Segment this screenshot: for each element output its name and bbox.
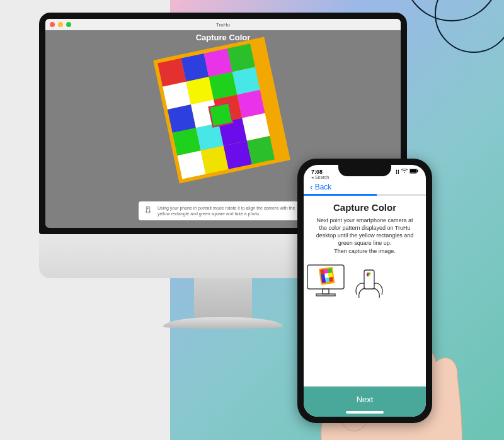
svg-rect-10 bbox=[323, 289, 329, 294]
next-label: Next bbox=[357, 395, 374, 404]
phone-body-line2: Then capture the image. bbox=[314, 247, 416, 255]
window-titlebar: TruHu bbox=[45, 19, 401, 30]
svg-rect-21 bbox=[329, 277, 333, 282]
signal-icon: ⁞⁞ bbox=[396, 169, 399, 175]
svg-rect-18 bbox=[328, 273, 333, 278]
svg-rect-23 bbox=[367, 273, 369, 274]
svg-rect-15 bbox=[328, 268, 332, 273]
home-indicator[interactable] bbox=[346, 411, 384, 414]
svg-rect-11 bbox=[316, 294, 335, 296]
svg-rect-2 bbox=[148, 207, 149, 208]
desktop-instruction-text: Using your phone in portrait mode rotate… bbox=[158, 206, 295, 216]
svg-rect-14 bbox=[324, 269, 328, 274]
window-title: TruHu bbox=[45, 22, 401, 28]
monitor-stand-base bbox=[163, 317, 283, 329]
next-button[interactable]: Next bbox=[304, 386, 426, 417]
svg-rect-26 bbox=[369, 274, 370, 276]
battery-icon bbox=[410, 169, 418, 175]
svg-rect-7 bbox=[417, 170, 418, 172]
color-cell bbox=[247, 136, 275, 164]
back-label: Back bbox=[315, 183, 332, 191]
hands-holding-phone-icon bbox=[350, 266, 388, 303]
progress-bar bbox=[304, 194, 426, 196]
svg-rect-8 bbox=[410, 169, 416, 172]
svg-rect-24 bbox=[369, 273, 370, 274]
wifi-icon bbox=[401, 169, 408, 175]
phone-hands-icon bbox=[142, 205, 154, 217]
svg-rect-13 bbox=[320, 269, 324, 274]
svg-rect-4 bbox=[148, 208, 149, 209]
status-time: 7:08 bbox=[311, 169, 323, 175]
monitor-stand bbox=[194, 278, 252, 322]
svg-rect-1 bbox=[147, 207, 147, 208]
svg-rect-16 bbox=[321, 274, 325, 279]
phone-heading: Capture Color bbox=[304, 202, 426, 213]
desktop-heading: Capture Color bbox=[45, 33, 401, 42]
phone-notch bbox=[338, 165, 391, 176]
monitor-illustration-icon bbox=[304, 262, 348, 300]
back-button[interactable]: ‹ Back bbox=[304, 180, 426, 194]
alignment-marker-icon bbox=[208, 102, 233, 127]
svg-rect-20 bbox=[325, 278, 329, 283]
chevron-left-icon: ‹ bbox=[310, 182, 313, 192]
phone-body-line1: Next point your smartphone camera at the… bbox=[314, 217, 416, 247]
desktop-instruction-callout: Using your phone in portrait mode rotate… bbox=[139, 201, 307, 220]
svg-rect-19 bbox=[321, 278, 326, 283]
svg-rect-25 bbox=[367, 274, 369, 276]
color-calibration-card bbox=[153, 37, 290, 183]
smartphone: 7:08 ⁞⁞ ◂ Search ‹ Back Cap bbox=[297, 159, 432, 423]
svg-rect-17 bbox=[324, 273, 329, 278]
svg-rect-3 bbox=[147, 208, 147, 209]
progress-fill bbox=[304, 194, 377, 196]
